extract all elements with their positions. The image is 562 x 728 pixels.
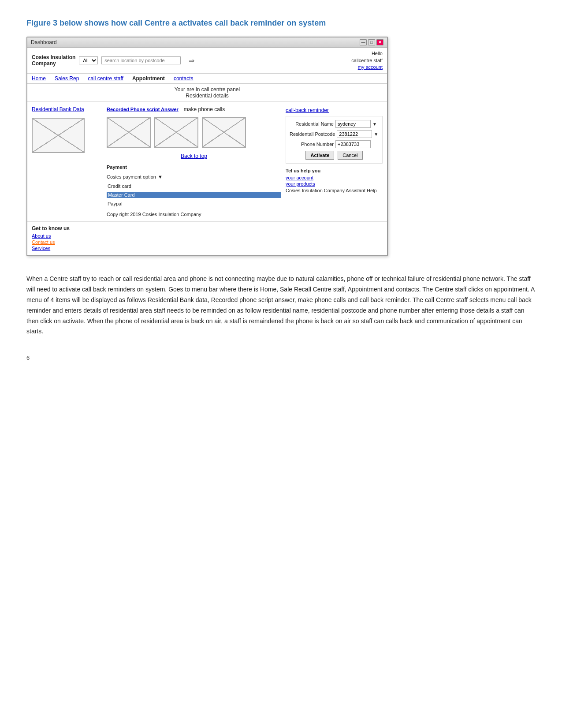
company-name: Cosies Insulation Company <box>32 54 75 67</box>
postcode-label: Residentail Postcode <box>290 131 335 137</box>
back-to-top-link[interactable]: Back to top <box>107 153 281 159</box>
placeholder-image-4 <box>202 117 246 148</box>
figure-caption: Figure 3 below shows how call Centre a a… <box>26 18 536 29</box>
right-column: call-back reminder Residential Name ▼ Re… <box>286 106 383 217</box>
phone-input[interactable] <box>335 140 371 148</box>
right-footer: Tel us help you your account your produc… <box>286 168 383 194</box>
dashboard-window: Dashboard — □ ✕ Cosies Insulation Compan… <box>26 37 388 256</box>
nav-callcentre-staff[interactable]: call centre staff <box>88 75 123 82</box>
close-button[interactable]: ✕ <box>376 39 383 45</box>
user-info: Hello callcentre staff my account <box>351 50 383 71</box>
postcode-dropdown-icon: ▼ <box>374 132 378 137</box>
name-dropdown-icon: ▼ <box>372 122 377 127</box>
credit-card-option: Credit card <box>108 183 281 189</box>
get-to-know-heading: Get to know us <box>32 225 383 231</box>
nav-sales-rep[interactable]: Sales Rep <box>55 75 79 82</box>
top-bar: Cosies Insulation Company All ⇒ Hello ca… <box>27 48 387 74</box>
search-input[interactable] <box>101 56 181 64</box>
your-products-link[interactable]: your products <box>286 181 383 187</box>
payment-heading: Payment <box>107 164 281 170</box>
page-number: 6 <box>26 355 536 361</box>
nav-home[interactable]: Home <box>32 75 46 82</box>
nav-contacts[interactable]: contacts <box>174 75 194 82</box>
panel-header: Your are in call centre panel Residentia… <box>27 84 387 102</box>
form-row-name: Residential Name ▼ <box>290 120 379 128</box>
form-row-phone: Phone Number <box>290 140 379 148</box>
window-titlebar: Dashboard — □ ✕ <box>27 37 387 48</box>
cancel-button[interactable]: Cancel <box>338 151 362 160</box>
footer-col-gettoknow: Get to know us About us Contact us Servi… <box>27 222 387 255</box>
master-card-option: Master Card <box>107 192 281 198</box>
about-us-link[interactable]: About us <box>32 233 383 239</box>
your-account-link[interactable]: your account <box>286 175 383 180</box>
callback-reminder-link[interactable]: call-back reminder <box>286 107 329 113</box>
mid-images <box>107 117 281 148</box>
top-bar-left: Cosies Insulation Company All ⇒ <box>32 54 351 67</box>
paypal-option: Paypal <box>108 201 281 206</box>
postcode-input[interactable] <box>337 130 372 138</box>
panel-line1: Your are in call centre panel <box>30 86 384 93</box>
maximize-button[interactable]: □ <box>368 39 375 45</box>
form-row-postcode: Residentail Postcode ▼ <box>290 130 379 138</box>
make-phone-calls-text: make phone calls <box>184 106 225 112</box>
form-button-row: Activate Cancel <box>290 151 379 160</box>
nav-appointment[interactable]: Appointment <box>132 75 165 82</box>
my-account-link[interactable]: my account <box>351 64 383 71</box>
window-controls: — □ ✕ <box>360 39 383 45</box>
minimize-button[interactable]: — <box>360 39 367 45</box>
activate-button[interactable]: Activate <box>305 151 334 160</box>
menu-links-row: Recorded Phone script Answer make phone … <box>107 106 281 112</box>
left-column: Residential Bank Data <box>32 106 102 217</box>
placeholder-image-2 <box>107 117 151 148</box>
payment-option-row: Cosies payment option ▼ <box>107 174 281 179</box>
search-arrow-icon: ⇒ <box>189 56 194 65</box>
residential-name-label: Residential Name <box>290 121 334 127</box>
phone-label: Phone Number <box>290 142 334 147</box>
placeholder-image-3 <box>154 117 198 148</box>
payment-dropdown-icon: ▼ <box>158 174 163 179</box>
tel-help-heading: Tel us help you <box>286 168 383 173</box>
body-text: When a Centre staff try to reach or call… <box>26 274 536 337</box>
nav-menu: Home Sales Rep call centre staff Appoint… <box>27 74 387 84</box>
footer-area: Get to know us About us Contact us Servi… <box>27 221 387 255</box>
window-title: Dashboard <box>31 39 57 45</box>
recorded-phone-link[interactable]: Recorded Phone script Answer <box>107 107 179 112</box>
filter-dropdown[interactable]: All <box>79 56 98 64</box>
callback-form: Residential Name ▼ Residentail Postcode … <box>286 116 383 164</box>
residential-name-input[interactable] <box>335 120 371 128</box>
payment-label: Cosies payment option <box>107 174 156 179</box>
contact-us-link[interactable]: Contact us <box>32 239 383 245</box>
services-link[interactable]: Services <box>32 246 383 251</box>
panel-line2: Residential details <box>30 93 384 99</box>
company-assistant-text: Cosies Insulation Company Assistant Help <box>286 187 383 194</box>
middle-column: Recorded Phone script Answer make phone … <box>107 106 281 217</box>
residential-bank-link[interactable]: Residential Bank Data <box>32 106 102 112</box>
copyright-text: Copy right 2019 Cosies Insulation Compan… <box>107 212 281 217</box>
placeholder-image-1 <box>32 118 85 153</box>
content-area: Residential Bank Data Recorded Phone scr… <box>27 102 387 221</box>
